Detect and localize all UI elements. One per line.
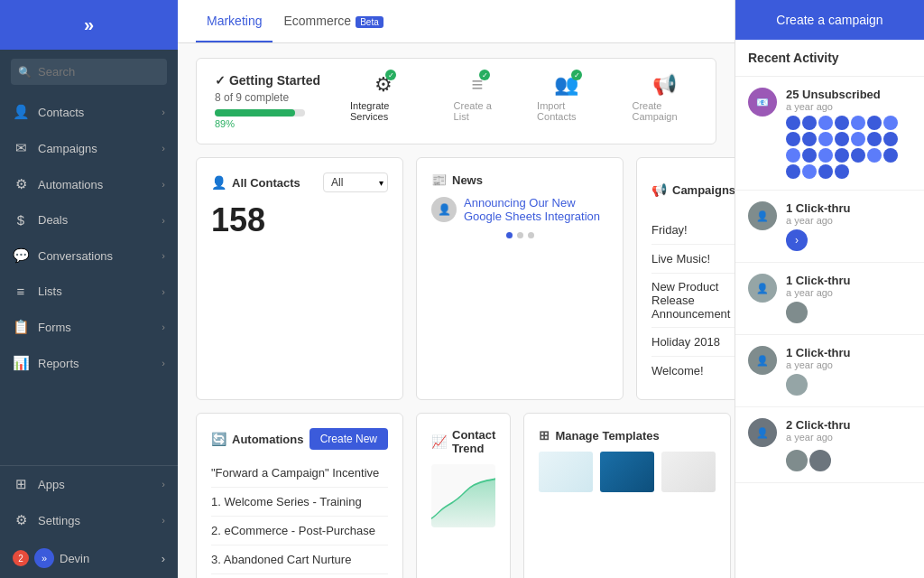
mini-avatar — [867, 116, 882, 130]
automation-item-2: 2. eCommerce - Post-Purchase — [211, 517, 388, 545]
sidebar: » 🔍 👤 Contacts › ✉ Campaigns › ⚙ Automat… — [0, 0, 178, 578]
campaign-row: Welcome! DRAFT — [651, 357, 735, 385]
news-avatar: 👤 — [431, 197, 457, 222]
mini-avatar — [818, 148, 833, 163]
multi-avatar-2 — [809, 450, 831, 471]
search-input[interactable] — [11, 59, 167, 85]
tab-bar: Marketing EcommerceBeta — [178, 0, 735, 43]
mini-avatar — [851, 148, 865, 163]
sidebar-item-conversations[interactable]: 💬 Conversations › — [0, 238, 178, 274]
sidebar-item-settings[interactable]: ⚙ Settings › — [0, 502, 178, 538]
campaigns-label: Campaigns — [38, 142, 97, 155]
mini-avatar — [786, 116, 800, 130]
all-contacts-card: 👤 All Contacts All Active Inactive 158 — [196, 157, 403, 400]
activity-avatar-unsubscribed: 📧 — [748, 88, 777, 117]
mini-avatar — [851, 132, 865, 146]
contacts-label: Contacts — [38, 106, 84, 119]
reports-icon: 📊 — [13, 355, 29, 371]
template-thumb-2[interactable] — [600, 452, 654, 492]
unsubscribed-avatar-group — [786, 116, 911, 179]
step-import-contacts[interactable]: 👥✓ Import Contacts — [537, 73, 596, 122]
contacts-filter-select[interactable]: All Active Inactive — [323, 172, 388, 192]
contacts-count: 158 — [211, 201, 388, 239]
click-thru-button[interactable]: › — [786, 229, 808, 251]
mini-avatar — [786, 148, 800, 163]
automations-label: Automations — [38, 178, 103, 191]
click-avatar-3 — [786, 374, 808, 396]
contacts-icon: 👤 — [13, 104, 29, 120]
sidebar-item-apps[interactable]: ⊞ Apps › — [0, 466, 178, 502]
apps-icon: ⊞ — [13, 476, 29, 492]
activity-avatar-click4: 👤 — [748, 418, 777, 447]
automation-item-0: "Forward a Campaign" Incentive — [211, 459, 388, 488]
contacts-arrow: › — [162, 107, 165, 117]
campaign-row: Friday! DRAFT — [651, 216, 735, 245]
create-campaign-button[interactable]: Create a campaign — [735, 0, 924, 40]
campaign-row: New Product Release Announcement DRAFT — [651, 274, 735, 328]
automations-create-button[interactable]: Create New — [310, 428, 388, 450]
template-thumb-3[interactable] — [661, 452, 716, 492]
sidebar-item-forms[interactable]: 📋 Forms › — [0, 309, 178, 345]
templates-icon: ⊞ — [539, 428, 550, 443]
deals-label: Deals — [38, 213, 68, 227]
user-chevron-icon: » — [34, 548, 54, 568]
news-dot-2[interactable] — [517, 232, 523, 238]
trend-chart — [431, 464, 495, 527]
trend-title: Contact Trend — [452, 428, 495, 455]
step-create-campaign[interactable]: 📢 Create Campaign — [632, 73, 698, 122]
contacts-card-icon: 👤 — [211, 175, 226, 190]
deals-arrow: › — [162, 215, 165, 226]
news-link[interactable]: Announcing Our New Google Sheets Integra… — [464, 196, 608, 223]
campaign-name-3: Holiday 2018 — [651, 335, 720, 349]
logo-chevron[interactable]: » — [84, 14, 94, 35]
click-avatar-2 — [786, 302, 808, 323]
forms-arrow: › — [162, 322, 165, 332]
activity-count-click1: 1 Click-thru — [786, 201, 911, 215]
mini-avatar — [802, 164, 817, 179]
activity-item-unsubscribed: 📧 25 Unsubscribed a year ago — [735, 77, 924, 191]
activity-count-click3: 1 Click-thru — [786, 346, 911, 359]
tab-ecommerce[interactable]: EcommerceBeta — [273, 1, 393, 42]
step-create-list[interactable]: ≡✓ Create a List — [454, 73, 502, 122]
step-integrate[interactable]: ⚙✓ Integrate Services — [350, 73, 418, 122]
automation-item-1: 1. Welcome Series - Training — [211, 488, 388, 517]
user-profile-row[interactable]: 2 » Devin › — [0, 538, 178, 578]
integrate-icon: ⚙✓ — [374, 73, 393, 97]
tab-marketing[interactable]: Marketing — [196, 1, 273, 42]
sidebar-item-campaigns[interactable]: ✉ Campaigns › — [0, 130, 178, 166]
settings-arrow: › — [162, 515, 165, 526]
mini-avatar — [802, 116, 817, 130]
getting-started-steps: ⚙✓ Integrate Services ≡✓ Create a List 👥… — [350, 73, 698, 122]
campaigns-icon: ✉ — [13, 140, 29, 156]
activity-time-click3: a year ago — [786, 359, 911, 370]
campaign-name-4: Welcome! — [651, 364, 704, 378]
news-dot-3[interactable] — [528, 232, 534, 238]
cards-row-2: 🔄 Automations Create New "Forward a Camp… — [196, 413, 716, 578]
sidebar-item-reports[interactable]: 📊 Reports › — [0, 345, 178, 381]
mini-avatar — [818, 132, 833, 146]
progress-text: 8 of 9 complete — [215, 91, 332, 104]
multi-avatar-group — [786, 446, 911, 471]
user-name: Devin — [60, 552, 89, 565]
sidebar-item-contacts[interactable]: 👤 Contacts › — [0, 94, 178, 130]
activity-time-click2: a year ago — [786, 287, 911, 298]
campaigns-card-icon: 📢 — [651, 182, 667, 197]
lists-label: Lists — [38, 284, 62, 298]
activity-time-unsubscribed: a year ago — [786, 101, 911, 112]
beta-badge: Beta — [356, 16, 383, 28]
activity-avatar-click1: 👤 — [748, 201, 777, 230]
activity-time-click1: a year ago — [786, 215, 911, 226]
template-thumb-1[interactable] — [539, 452, 593, 492]
sidebar-item-lists[interactable]: ≡ Lists › — [0, 274, 178, 309]
mini-avatar — [802, 148, 817, 163]
mini-avatar — [835, 116, 849, 130]
news-dot-1[interactable] — [506, 232, 513, 238]
contacts-card-title: All Contacts — [232, 176, 300, 190]
news-dots — [431, 232, 608, 238]
content-area: ✓ Getting Started 8 of 9 complete 89% ⚙✓… — [178, 43, 735, 578]
campaigns-card: 📢 Campaigns Create New Friday! DRAFT Liv… — [636, 157, 735, 400]
sidebar-item-deals[interactable]: $ Deals › — [0, 202, 178, 238]
mini-avatar — [786, 164, 800, 179]
sidebar-item-automations[interactable]: ⚙ Automations › — [0, 166, 178, 202]
activity-item-click3: 👤 1 Click-thru a year ago — [735, 335, 924, 407]
